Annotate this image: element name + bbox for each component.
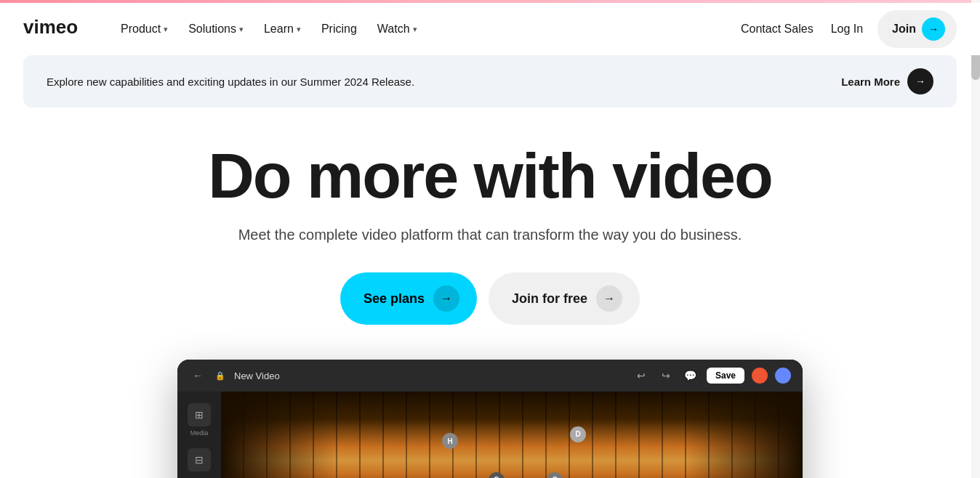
chevron-down-icon: ▾ bbox=[239, 25, 244, 34]
app-content: ⊞ Media ⊟ H G D C bbox=[177, 392, 803, 478]
join-free-button[interactable]: Join for free → bbox=[489, 272, 640, 325]
chevron-down-icon: ▾ bbox=[297, 25, 301, 34]
app-mockup: ← 🔒 New Video ↩ ↪ 💬 Save ⊞ Media bbox=[177, 360, 803, 478]
contact-sales-button[interactable]: Contact Sales bbox=[738, 17, 816, 41]
nav-item-product[interactable]: Product ▾ bbox=[112, 17, 177, 41]
join-arrow-icon: → bbox=[922, 17, 945, 41]
announcement-banner: Explore new capabilities and exciting up… bbox=[23, 55, 957, 108]
hero-section: Do more with video Meet the complete vid… bbox=[0, 108, 980, 478]
nav-item-learn[interactable]: Learn ▾ bbox=[255, 17, 310, 41]
join-button[interactable]: Join → bbox=[877, 10, 957, 48]
user-dot-d[interactable]: D bbox=[570, 426, 586, 442]
app-back-button[interactable]: ← bbox=[189, 367, 206, 384]
log-in-button[interactable]: Log In bbox=[828, 17, 866, 41]
sidebar-media-item[interactable]: ⊞ Media bbox=[188, 403, 211, 437]
hero-buttons: See plans → Join for free → bbox=[340, 272, 640, 325]
chevron-down-icon: ▾ bbox=[413, 25, 417, 34]
hero-title: Do more with video bbox=[208, 142, 772, 209]
see-plans-button[interactable]: See plans → bbox=[340, 272, 477, 325]
avatar-red bbox=[752, 368, 768, 384]
hero-subtitle: Meet the complete video platform that ca… bbox=[238, 227, 742, 243]
join-free-arrow-icon: → bbox=[596, 285, 622, 312]
app-video-title: New Video bbox=[234, 370, 280, 381]
nav-menu: Product ▾ Solutions ▾ Learn ▾ Pricing Wa… bbox=[112, 17, 738, 41]
svg-text:vimeo: vimeo bbox=[23, 17, 78, 38]
redo-icon[interactable]: ↪ bbox=[657, 367, 675, 384]
sidebar-other-item[interactable]: ⊟ bbox=[188, 448, 211, 471]
lock-icon: 🔒 bbox=[215, 371, 225, 381]
banner-text: Explore new capabilities and exciting up… bbox=[47, 76, 414, 88]
other-icon: ⊟ bbox=[188, 448, 211, 471]
banner-cta[interactable]: Learn More → bbox=[841, 68, 933, 94]
navbar-actions: Contact Sales Log In Join → bbox=[738, 10, 957, 48]
avatar-blue bbox=[775, 368, 791, 384]
chevron-down-icon: ▾ bbox=[164, 25, 168, 34]
media-icon: ⊞ bbox=[188, 403, 211, 426]
nav-item-solutions[interactable]: Solutions ▾ bbox=[180, 17, 252, 41]
logo[interactable]: vimeo bbox=[23, 17, 89, 41]
app-video-area: H G D C bbox=[221, 392, 803, 478]
nav-item-pricing[interactable]: Pricing bbox=[313, 17, 366, 41]
page-scrollbar[interactable]: ▲ bbox=[971, 0, 980, 478]
banner-arrow-icon: → bbox=[907, 68, 933, 94]
corridor-bg: H G D C bbox=[221, 392, 803, 478]
app-topbar: ← 🔒 New Video ↩ ↪ 💬 Save bbox=[177, 360, 803, 392]
sidebar-media-label: Media bbox=[190, 429, 209, 437]
undo-icon[interactable]: ↩ bbox=[632, 367, 650, 384]
nav-item-watch[interactable]: Watch ▾ bbox=[369, 17, 426, 41]
corridor-overlay bbox=[221, 392, 803, 478]
app-save-button[interactable]: Save bbox=[707, 368, 744, 384]
navbar: vimeo Product ▾ Solutions ▾ Learn ▾ Pric… bbox=[0, 3, 980, 55]
app-topbar-left: ← 🔒 New Video bbox=[189, 367, 280, 384]
app-topbar-right: ↩ ↪ 💬 Save bbox=[632, 367, 791, 384]
see-plans-arrow-icon: → bbox=[433, 285, 459, 312]
comment-icon[interactable]: 💬 bbox=[682, 367, 699, 384]
app-sidebar: ⊞ Media ⊟ bbox=[177, 392, 221, 478]
